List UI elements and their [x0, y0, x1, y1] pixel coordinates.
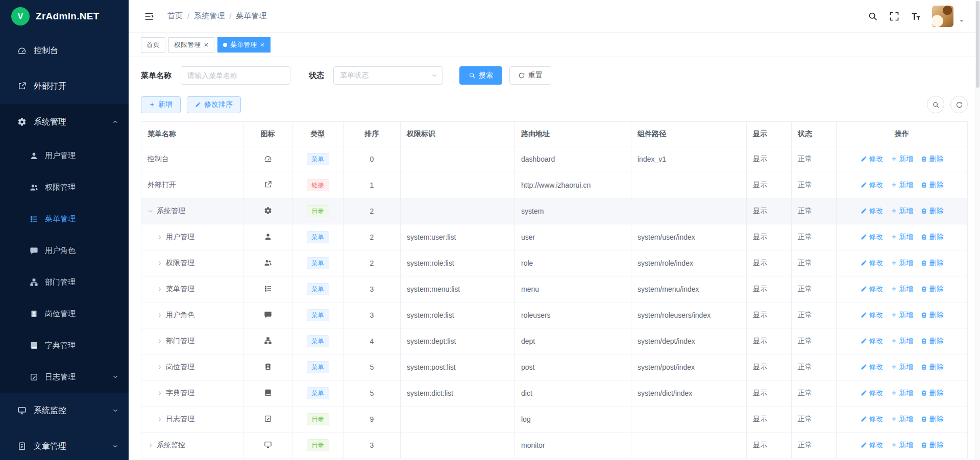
add-action[interactable]: 新增	[891, 337, 914, 346]
add-action[interactable]: 新增	[891, 233, 914, 242]
delete-action[interactable]: 删除	[921, 441, 944, 450]
edit-action[interactable]: 修改	[861, 233, 884, 242]
delete-action[interactable]: 删除	[921, 155, 944, 164]
sidebar-item-label: 菜单管理	[45, 214, 76, 224]
breadcrumb: 首页/系统管理/菜单管理	[167, 11, 266, 21]
edit-action[interactable]: 修改	[861, 259, 884, 268]
search-button[interactable]: 搜索	[459, 66, 502, 85]
route-cell: menu	[515, 276, 631, 302]
delete-action[interactable]: 删除	[921, 415, 944, 424]
sidebar-item[interactable]: 用户管理	[0, 140, 129, 171]
add-action[interactable]: 新增	[891, 363, 914, 372]
add-action[interactable]: 新增	[891, 415, 914, 424]
add-action[interactable]: 新增	[891, 259, 914, 268]
perm-cell	[401, 172, 515, 198]
sidebar-item[interactable]: 用户角色	[0, 235, 129, 266]
add-button[interactable]: 新增	[141, 96, 181, 113]
sidebar-item[interactable]: 菜单管理	[0, 203, 129, 235]
user-avatar[interactable]	[932, 6, 953, 27]
reset-button[interactable]: 重置	[509, 66, 551, 85]
delete-action[interactable]: 删除	[921, 207, 944, 216]
delete-action[interactable]: 删除	[921, 389, 944, 398]
menu-name-input[interactable]	[181, 66, 290, 85]
show-search-button[interactable]	[927, 96, 944, 113]
table-row: 控制台菜单0dashboardindex_v1显示正常修改新增删除	[141, 146, 968, 172]
status-select[interactable]: 菜单状态	[333, 66, 443, 85]
edit-action[interactable]: 修改	[861, 415, 884, 424]
sidebar-item[interactable]: 控制台	[0, 33, 129, 68]
edit-action[interactable]: 修改	[861, 285, 884, 294]
delete-action[interactable]: 删除	[921, 285, 944, 294]
delete-action[interactable]: 删除	[921, 233, 944, 242]
delete-action[interactable]: 删除	[921, 259, 944, 268]
user-menu-caret-icon[interactable]	[959, 18, 965, 27]
breadcrumb-item[interactable]: 系统管理	[194, 11, 225, 21]
tab-close-icon[interactable]	[260, 42, 265, 47]
sidebar-item[interactable]: 权限管理	[0, 171, 129, 203]
trash-icon	[921, 442, 927, 448]
breadcrumb-item[interactable]: 菜单管理	[236, 11, 266, 21]
route-cell: user	[515, 224, 631, 250]
add-action[interactable]: 新增	[891, 155, 914, 164]
brand[interactable]: V ZrAdmin.NET	[0, 0, 129, 33]
edit-action[interactable]: 修改	[861, 389, 884, 398]
fullscreen-icon[interactable]	[889, 11, 899, 21]
add-action[interactable]: 新增	[891, 181, 914, 190]
add-action[interactable]: 新增	[891, 389, 914, 398]
type-tag: 菜单	[307, 387, 329, 399]
sidebar-item[interactable]: 系统监控	[0, 393, 129, 428]
tab-2[interactable]: 菜单管理	[217, 37, 271, 53]
delete-action[interactable]: 删除	[921, 311, 944, 320]
delete-action[interactable]: 删除	[921, 337, 944, 346]
scrollbar-thumb[interactable]	[976, 1, 979, 88]
brand-name: ZrAdmin.NET	[36, 11, 100, 22]
component-cell: system/dept/index	[631, 328, 747, 354]
tab-1[interactable]: 权限管理	[168, 37, 214, 53]
icon-cell	[243, 302, 292, 328]
sidebar-item[interactable]: 文章管理	[0, 428, 129, 460]
edit-action[interactable]: 修改	[861, 363, 884, 372]
breadcrumb-item[interactable]: 首页	[167, 11, 183, 21]
perm-cell: system:dept:list	[401, 328, 515, 354]
page-scrollbar[interactable]	[975, 0, 980, 460]
component-cell	[631, 198, 747, 224]
sidebar-item[interactable]: 部门管理	[0, 266, 129, 298]
sidebar-toggle-icon[interactable]	[144, 11, 154, 21]
add-action[interactable]: 新增	[891, 207, 914, 216]
component-cell: system/user/index	[631, 224, 747, 250]
sidebar-item[interactable]: 外部打开	[0, 68, 129, 104]
sidebar-item[interactable]: 日志管理	[0, 361, 129, 393]
edit-action[interactable]: 修改	[861, 441, 884, 450]
add-action[interactable]: 新增	[891, 441, 914, 450]
chevron-right-icon	[157, 338, 163, 344]
edit-action[interactable]: 修改	[861, 337, 884, 346]
search-icon	[469, 72, 476, 79]
refresh-table-button[interactable]	[950, 96, 968, 113]
delete-action[interactable]: 删除	[921, 181, 944, 190]
add-action[interactable]: 新增	[891, 285, 914, 294]
add-action[interactable]: 新增	[891, 311, 914, 320]
menu-table: 菜单名称图标类型排序权限标识路由地址组件路径显示状态操作 控制台菜单0dashb…	[141, 121, 968, 458]
delete-action[interactable]: 删除	[921, 363, 944, 372]
search-icon[interactable]	[868, 11, 878, 21]
edit-action[interactable]: 修改	[861, 207, 884, 216]
route-cell: dept	[515, 328, 631, 354]
table-row: 字典管理菜单5system:dict:listdictsystem/dict/i…	[141, 380, 968, 406]
column-header: 类型	[292, 122, 344, 146]
users-icon	[30, 183, 38, 192]
perm-cell: system:dict:list	[401, 380, 515, 406]
edit-action[interactable]: 修改	[861, 155, 884, 164]
edit-action[interactable]: 修改	[861, 311, 884, 320]
sidebar-item[interactable]: 系统管理	[0, 104, 129, 140]
edit-action[interactable]: 修改	[861, 181, 884, 190]
refresh-icon	[955, 101, 963, 109]
order-cell: 5	[344, 380, 401, 406]
sidebar-item[interactable]: 岗位管理	[0, 298, 129, 329]
visible-cell: 显示	[747, 146, 792, 172]
tab-0[interactable]: 首页	[141, 37, 165, 53]
sidebar-item[interactable]: 字典管理	[0, 329, 129, 361]
sort-button[interactable]: 修改排序	[187, 96, 241, 113]
tab-close-icon[interactable]	[204, 42, 209, 47]
monitor-icon	[264, 441, 272, 449]
font-size-icon[interactable]	[911, 11, 921, 21]
